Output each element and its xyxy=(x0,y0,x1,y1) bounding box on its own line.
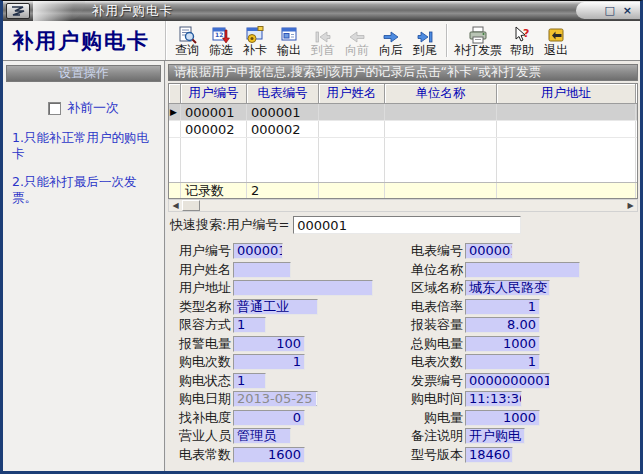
card-icon xyxy=(245,25,265,44)
maximize-button[interactable]: □ xyxy=(604,5,614,16)
search-icon xyxy=(178,25,197,44)
invoice-no-field[interactable]: 0000000001 xyxy=(465,373,550,389)
meter-ratio-field[interactable]: 1 xyxy=(465,299,540,315)
current-record-icon: ▶ xyxy=(170,107,177,117)
alarm-energy-field[interactable]: 100 xyxy=(233,336,305,352)
form-left-column: 用户编号000001 用户姓名 用户地址 类型名称普通工业 限容方式1 报警电量… xyxy=(179,243,373,471)
toolbar-buttons: 查询 12 筛选 补卡 输出 xyxy=(166,21,573,60)
purchase-energy-field[interactable]: 1000 xyxy=(465,410,540,426)
checkbox-label: 补前一次 xyxy=(67,99,119,117)
unit-name-field[interactable] xyxy=(465,262,580,278)
table-header: 用户编号 电表编号 用户姓名 单位名称 用户地址 xyxy=(169,84,637,104)
scroll-left-icon[interactable]: ◀ xyxy=(169,200,182,211)
purchase-times-field[interactable]: 1 xyxy=(233,354,305,370)
nav-next-icon xyxy=(382,25,400,44)
first-button: 到首 xyxy=(306,21,340,60)
record-count-label: 记录数 xyxy=(181,183,247,198)
model-version-field[interactable]: 18460 xyxy=(465,447,513,463)
column-header-unit-name[interactable]: 单位名称 xyxy=(385,84,497,104)
exit-button[interactable]: 退出 xyxy=(539,21,573,60)
installed-capacity-field[interactable]: 8.00 xyxy=(465,317,540,333)
titlebar-swoosh xyxy=(33,1,85,21)
help-button[interactable]: ? 帮助 xyxy=(505,21,539,60)
meter-no-field[interactable]: 000001 xyxy=(465,243,513,259)
meter-times-field[interactable]: 1 xyxy=(465,354,540,370)
page-title: 补用户购电卡 xyxy=(3,21,166,60)
purchase-date-combo[interactable]: 2013-05-25 ▼ xyxy=(233,391,318,407)
app-window: 补用户购电卡 □ × 补用户购电卡 查询 12 筛选 xyxy=(0,0,643,474)
user-table: 用户编号 电表编号 用户姓名 单位名称 用户地址 ▶ 000001 000001… xyxy=(168,83,638,199)
row-pointer xyxy=(169,121,181,137)
reprint-invoice-button[interactable]: 补打发票 xyxy=(451,21,505,60)
scroll-right-icon[interactable]: ▶ xyxy=(624,200,637,211)
sidebar-note-1: 1.只能补正常用户的购电卡 xyxy=(12,130,157,161)
row-pointer: ▶ xyxy=(169,104,181,120)
export-window-icon xyxy=(280,25,299,44)
svg-text:12: 12 xyxy=(215,31,223,38)
help-cursor-icon: ? xyxy=(513,25,532,44)
printer-icon xyxy=(468,25,488,44)
quick-search-label: 快速搜索:用户编号= xyxy=(170,216,289,234)
record-count-value: 2 xyxy=(247,183,319,198)
table-empty-area xyxy=(169,138,637,182)
prev-button: 向前 xyxy=(340,21,374,60)
purchase-status-field[interactable]: 1 xyxy=(233,373,266,389)
meter-constant-field[interactable]: 1600 xyxy=(233,447,305,463)
purchase-time-field[interactable]: 11:13:36 xyxy=(465,391,522,407)
toolbar-separator xyxy=(446,24,447,57)
redo-previous-checkbox[interactable]: 补前一次 xyxy=(6,99,161,117)
filter-button[interactable]: 12 筛选 xyxy=(204,21,238,60)
next-button[interactable]: 向后 xyxy=(374,21,408,60)
column-header-clipped xyxy=(636,84,638,104)
type-name-field[interactable]: 普通工业 xyxy=(233,299,318,315)
table-row[interactable]: ▶ 000001 000001 城 xyxy=(169,104,637,121)
form-right-column: 电表编号000001 单位名称 区域名称城东人民路变 电表倍率1 报装容量8.0… xyxy=(411,243,580,471)
sidebar: 设置操作 补前一次 1.只能补正常用户的购电卡 2.只能补打最后一次发票。 xyxy=(3,61,166,471)
nav-last-icon xyxy=(416,25,434,44)
total-energy-field[interactable]: 1000 xyxy=(465,336,540,352)
nav-prev-icon xyxy=(348,25,366,44)
user-no-field[interactable]: 000001 xyxy=(233,243,283,259)
operator-field[interactable]: 管理员 xyxy=(233,428,291,444)
adjust-energy-field[interactable]: 0 xyxy=(233,410,305,426)
table-row[interactable]: 000002 000002 城 xyxy=(169,121,637,138)
instruction-bar: 请根据用户申报信息,搜索到该用户的记录后点击“补卡”或补打发票 xyxy=(168,64,638,81)
detail-form: 用户编号000001 用户姓名 用户地址 类型名称普通工业 限容方式1 报警电量… xyxy=(168,238,638,471)
close-button[interactable]: × xyxy=(623,5,632,16)
limit-mode-field[interactable]: 1 xyxy=(233,317,266,333)
rewrite-card-button[interactable]: 补卡 xyxy=(238,21,272,60)
exit-icon xyxy=(547,25,565,44)
svg-text:?: ? xyxy=(523,27,529,40)
user-address-field[interactable] xyxy=(233,280,373,296)
toolbar: 补用户购电卡 查询 12 筛选 补卡 xyxy=(3,21,640,61)
column-header-user-address[interactable]: 用户地址 xyxy=(497,84,636,104)
column-header-meter-no[interactable]: 电表编号 xyxy=(247,84,319,104)
column-header-user-no[interactable]: 用户编号 xyxy=(181,84,247,104)
export-button[interactable]: 输出 xyxy=(272,21,306,60)
checkbox-icon[interactable] xyxy=(48,102,61,115)
sidebar-note-2: 2.只能补打最后一次发票。 xyxy=(12,174,157,205)
indicator-column-header xyxy=(169,84,181,104)
user-name-field[interactable] xyxy=(233,262,291,278)
table-hscrollbar[interactable]: ◀ ▶ xyxy=(168,199,638,212)
table-footer: 记录数 2 xyxy=(169,182,637,198)
query-button[interactable]: 查询 xyxy=(170,21,204,60)
column-header-user-name[interactable]: 用户姓名 xyxy=(319,84,385,104)
scrollbar-thumb[interactable] xyxy=(182,200,200,211)
app-logo-icon xyxy=(6,3,30,19)
sidebar-header: 设置操作 xyxy=(6,65,161,82)
chevron-down-icon[interactable]: ▼ xyxy=(316,392,318,406)
window-controls: □ × xyxy=(576,2,640,19)
last-button[interactable]: 到尾 xyxy=(408,21,442,60)
remark-field[interactable]: 开户购电 xyxy=(465,428,525,444)
content: 设置操作 补前一次 1.只能补正常用户的购电卡 2.只能补打最后一次发票。 请根… xyxy=(3,61,640,471)
window-title: 补用户购电卡 xyxy=(92,3,173,20)
titlebar[interactable]: 补用户购电卡 □ × xyxy=(3,1,640,21)
nav-first-icon xyxy=(314,25,332,44)
main-panel: 请根据用户申报信息,搜索到该用户的记录后点击“补卡”或补打发票 用户编号 电表编… xyxy=(166,61,640,471)
filter-calendar-icon: 12 xyxy=(212,25,230,44)
area-name-field[interactable]: 城东人民路变 xyxy=(465,280,550,296)
quick-search-bar: 快速搜索:用户编号= xyxy=(168,212,638,238)
quick-search-input[interactable] xyxy=(293,216,521,234)
